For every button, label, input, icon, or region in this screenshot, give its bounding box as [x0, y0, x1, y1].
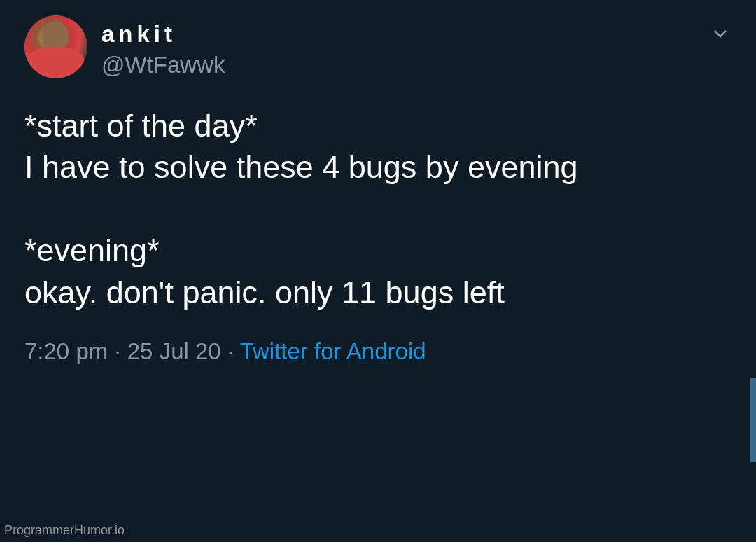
tweet-text: *start of the day* I have to solve these…	[24, 105, 732, 313]
user-handle: @WtFawwk	[102, 52, 225, 78]
tweet-source-link[interactable]: Twitter for Android	[240, 338, 426, 364]
avatar[interactable]	[24, 15, 88, 78]
user-info[interactable]: ankit @WtFawwk	[102, 15, 225, 78]
watermark: ProgrammerHumor.io	[4, 523, 125, 538]
scrollbar-indicator[interactable]	[750, 378, 756, 462]
meta-separator: ·	[108, 338, 127, 364]
tweet-container: ankit @WtFawwk *start of the day* I have…	[0, 0, 756, 365]
tweet-time: 7:20 pm	[24, 338, 108, 364]
meta-separator: ·	[221, 338, 240, 364]
chevron-down-icon[interactable]	[709, 22, 732, 48]
tweet-date: 25 Jul 20	[127, 338, 221, 364]
tweet-metadata: 7:20 pm · 25 Jul 20 · Twitter for Androi…	[24, 338, 732, 365]
tweet-header: ankit @WtFawwk	[24, 15, 732, 78]
display-name: ankit	[102, 21, 225, 48]
